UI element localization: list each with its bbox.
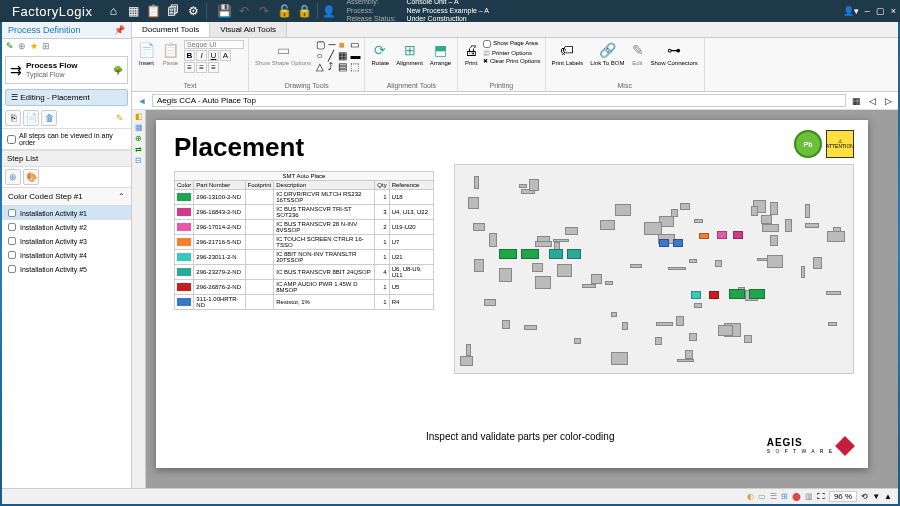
rotate-button[interactable]: ⟳Rotate (369, 40, 391, 67)
delete-icon[interactable]: 🗑 (41, 110, 57, 126)
edit-button[interactable]: ✎Edit (630, 40, 646, 67)
all-steps-checkbox[interactable] (7, 135, 16, 144)
copy-icon[interactable]: ⎘ (5, 110, 21, 126)
doc-icon[interactable]: 🗐 (164, 2, 182, 20)
undo-icon[interactable]: ↶ (235, 2, 253, 20)
font-input[interactable] (184, 40, 244, 49)
shape3-icon[interactable]: △ (316, 62, 325, 72)
show-connectors-button[interactable]: ⊶Show Connectors (649, 40, 700, 67)
activity-row[interactable]: Installation Activity #4 (2, 248, 131, 262)
addr-grid-icon[interactable]: ▦ (850, 95, 862, 107)
align-left-icon[interactable]: ≡ (184, 62, 195, 73)
pcb-component (770, 235, 777, 246)
tree-icon[interactable]: 🌳 (113, 66, 123, 75)
fill2-icon[interactable]: ▦ (338, 51, 347, 61)
sb-fit-icon[interactable]: ⛶ (817, 492, 825, 501)
lock-icon[interactable]: 🔒 (295, 2, 313, 20)
pin-icon[interactable]: 📌 (114, 25, 125, 35)
sb-ico-1[interactable]: ◐ (747, 492, 754, 501)
user-icon[interactable]: 👤 (322, 5, 336, 18)
all-steps-check[interactable]: All steps can be viewed in any order (2, 129, 131, 150)
bold-icon[interactable]: B (184, 50, 195, 61)
tab-visual-aid[interactable]: Visual Aid Tools (210, 22, 287, 37)
sb-ico-2[interactable]: ▭ (758, 492, 766, 501)
sb-ico-3[interactable]: ☰ (770, 492, 777, 501)
italic-icon[interactable]: I (196, 50, 207, 61)
gear-icon[interactable]: ⚙ (184, 2, 202, 20)
tab-document-tools[interactable]: Document Tools (132, 22, 210, 37)
process-flow-box[interactable]: ⇉ Process Flow Typical Flow 🌳 (5, 56, 128, 84)
border3-icon[interactable]: ⬚ (350, 62, 360, 72)
user-menu-icon[interactable]: 👤▾ (843, 6, 859, 16)
print-button[interactable]: 🖨Print (462, 40, 480, 67)
print-labels-button[interactable]: 🏷Print Labels (550, 40, 586, 67)
maximize-icon[interactable]: ▢ (876, 6, 885, 16)
fill1-icon[interactable]: ■ (338, 40, 347, 50)
vtool-5[interactable]: ⊟ (133, 156, 144, 165)
border2-icon[interactable]: ▬ (350, 51, 360, 61)
addr-prev-icon[interactable]: ◁ (866, 95, 878, 107)
line3-icon[interactable]: ⤴ (328, 62, 335, 72)
clear-print-options[interactable]: ✖ Clear Print Options (483, 57, 540, 64)
zoom-out-icon[interactable]: ▼ (872, 492, 880, 501)
addr-next-icon[interactable]: ▷ (882, 95, 894, 107)
redo-icon[interactable]: ↷ (255, 2, 273, 20)
border1-icon[interactable]: ▭ (350, 40, 360, 50)
arrange-button[interactable]: ⬒Arrange (428, 40, 453, 67)
sb-ico-5[interactable]: ⬤ (792, 492, 801, 501)
shape1-icon[interactable]: ▢ (316, 40, 325, 50)
step-color-icon[interactable]: 🎨 (23, 169, 39, 185)
pcb-component (761, 215, 771, 223)
left-ico-3[interactable]: ★ (30, 41, 38, 51)
canvas[interactable]: Pb ⚠ATTENTION Placement SMT Auto Place C… (146, 110, 898, 488)
left-ico-1[interactable]: ✎ (6, 41, 14, 51)
address-input[interactable] (152, 94, 846, 107)
vtool-3[interactable]: ⊕ (133, 134, 144, 143)
sb-ico-4[interactable]: ⊞ (781, 492, 788, 501)
save-icon[interactable]: 💾 (215, 2, 233, 20)
fill3-icon[interactable]: ▤ (338, 62, 347, 72)
grid-icon[interactable]: ▦ (124, 2, 142, 20)
clipboard-icon[interactable]: 📋 (144, 2, 162, 20)
unlock-icon[interactable]: 🔓 (275, 2, 293, 20)
pcb-component (591, 274, 602, 284)
back-icon[interactable]: ◄ (136, 95, 148, 107)
titlebar: FactoryLogix ⌂ ▦ 📋 🗐 ⚙ 💾 ↶ ↷ 🔓 🔒 👤 Assem… (0, 0, 900, 22)
align-right-icon[interactable]: ≡ (208, 62, 219, 73)
insert-button[interactable]: 📄Insert (136, 40, 157, 67)
font-color-icon[interactable]: A (220, 50, 231, 61)
link-bom-button[interactable]: 🔗Link To BOM (588, 40, 626, 67)
activity-row[interactable]: Installation Activity #1 (2, 206, 131, 220)
align-center-icon[interactable]: ≡ (196, 62, 207, 73)
activity-row[interactable]: Installation Activity #5 (2, 262, 131, 276)
sb-ico-6[interactable]: ▥ (805, 492, 813, 501)
color-coded-step[interactable]: Color Coded Step #1 ⌃ (2, 188, 131, 206)
close-icon[interactable]: × (891, 6, 896, 16)
drawing-group-label: Drawing Tools (253, 82, 360, 89)
vtool-4[interactable]: ⇄ (133, 145, 144, 154)
vtool-2[interactable]: ▦ (133, 123, 144, 132)
table-row: 296-13100-2-NDIC DRVR/RCVR MLTCH RS232 1… (175, 190, 434, 205)
line1-icon[interactable]: ─ (328, 40, 335, 50)
underline-icon[interactable]: U (208, 50, 219, 61)
activity-row[interactable]: Installation Activity #2 (2, 220, 131, 234)
activity-row[interactable]: Installation Activity #3 (2, 234, 131, 248)
vtool-1[interactable]: ◧ (133, 112, 144, 121)
home-icon[interactable]: ⌂ (104, 2, 122, 20)
left-ico-4[interactable]: ⊞ (42, 41, 50, 51)
show-shape-button[interactable]: ▭Show Shape Options (253, 40, 313, 67)
printer-options[interactable]: 📰 Printer Options (483, 49, 540, 56)
zoom-reset-icon[interactable]: ⟲ (861, 492, 868, 501)
paste-button[interactable]: 📋Paste (160, 40, 181, 67)
minimize-icon[interactable]: – (865, 6, 870, 16)
step-add-icon[interactable]: ⊕ (5, 169, 21, 185)
shape2-icon[interactable]: ○ (316, 51, 325, 61)
line2-icon[interactable]: ╱ (328, 51, 335, 61)
zoom-value[interactable]: 96 % (829, 491, 857, 502)
show-page-area[interactable]: Show Page Area (483, 40, 540, 48)
zoom-in-icon[interactable]: ▲ (884, 492, 892, 501)
edit-icon[interactable]: ✎ (112, 110, 128, 126)
left-ico-2[interactable]: ⊕ (18, 41, 26, 51)
paste-icon[interactable]: 📄 (23, 110, 39, 126)
alignment-button[interactable]: ⊞Alignment (394, 40, 425, 67)
